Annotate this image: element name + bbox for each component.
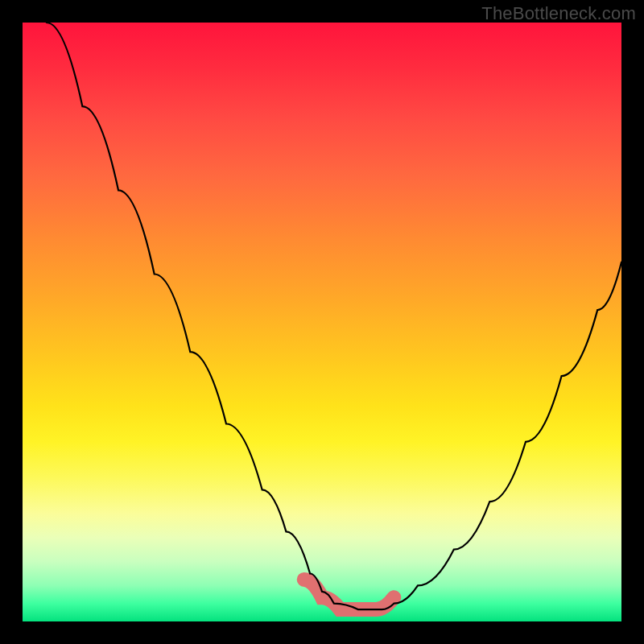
curve-layer xyxy=(23,23,621,621)
chart-frame: TheBottleneck.com xyxy=(0,0,644,644)
watermark-text: TheBottleneck.com xyxy=(481,3,636,24)
bottleneck-curve xyxy=(47,23,621,609)
